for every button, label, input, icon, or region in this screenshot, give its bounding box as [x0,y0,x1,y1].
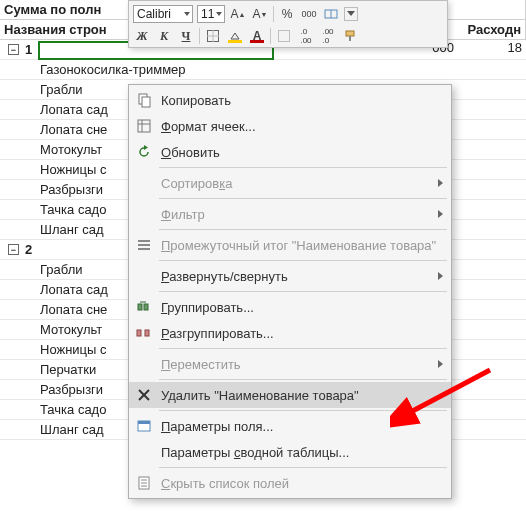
svg-rect-5 [279,31,290,42]
underline-icon[interactable]: Ч [177,27,195,45]
menu-separator [159,260,447,261]
blank-icon [133,442,155,462]
svg-rect-7 [349,36,351,41]
group-label: 2 [25,242,32,257]
menu-item[interactable]: Копировать [129,87,451,113]
decrease-font-icon[interactable]: A▼ [251,5,269,23]
svg-rect-15 [138,248,150,250]
copy-icon [133,90,155,110]
refresh-icon [133,142,155,162]
menu-item[interactable]: Формат ячеек... [129,113,451,139]
svg-rect-17 [144,304,148,310]
decrease-decimal-icon[interactable]: .00.0 [319,27,337,45]
menu-separator [159,229,447,230]
menu-item-label: Параметры сводной таблицы... [161,445,443,460]
context-menu: КопироватьФормат ячеек...ОбновитьСортиро… [128,84,452,499]
pivot-item-label: Тачка садо [40,402,106,417]
menu-item[interactable]: Параметры сводной таблицы... [129,439,451,465]
increase-font-icon[interactable]: A▲ [229,5,247,23]
menu-item: Переместить [129,351,451,377]
pivot-item-label: Мотокульт [40,322,102,337]
format-icon [133,116,155,136]
menu-item: Фильтр [129,201,451,227]
svg-rect-6 [346,31,354,36]
pivot-item-label: Разбрызги [40,382,103,397]
pivot-item-label: Тачка садо [40,202,106,217]
percent-icon[interactable]: % [278,5,296,23]
menu-item[interactable]: Разгруппировать... [129,320,451,346]
border-style-icon[interactable] [275,27,293,45]
italic-icon[interactable]: К [155,27,173,45]
menu-item[interactable]: Развернуть/свернуть [129,263,451,289]
menu-item[interactable]: Удалить "Наименование товара" [129,382,451,408]
blank-icon [133,173,155,193]
svg-rect-9 [142,97,150,107]
menu-item-label: Переместить [161,357,432,372]
svg-rect-14 [138,244,150,246]
pivot-item-label: Разбрызги [40,182,103,197]
submenu-arrow-icon [438,179,443,187]
pivot-item-label: Шланг сад [40,222,104,237]
pivot-item-label: Шланг сад [40,422,104,437]
menu-separator [159,198,447,199]
font-name-combo[interactable]: Calibri [133,5,193,23]
delete-icon [133,385,155,405]
collapse-icon[interactable]: − [8,44,19,55]
borders-icon[interactable] [204,27,222,45]
menu-separator [159,467,447,468]
pivot-item-label: Перчатки [40,362,96,377]
menu-item-label: Развернуть/свернуть [161,269,432,284]
ungroup-icon [133,323,155,343]
list-icon [133,473,155,493]
font-color-icon[interactable]: A [248,27,266,45]
group-label: 1 [25,42,32,57]
menu-separator [159,167,447,168]
menu-item-label: Разгруппировать... [161,326,443,341]
blank-icon [133,354,155,374]
bold-icon[interactable]: Ж [133,27,151,45]
pivot-item-label: Лопата сне [40,122,107,137]
collapse-icon[interactable]: − [8,244,19,255]
fill-color-icon[interactable] [226,27,244,45]
svg-rect-10 [138,120,150,132]
header-empty-2 [436,0,526,19]
font-name-value: Calibri [137,6,171,22]
menu-item-label: Скрыть список полей [161,476,443,491]
blank-icon [133,266,155,286]
font-size-combo[interactable]: 11 [197,5,225,23]
pivot-item-label: Ножницы с [40,162,107,177]
svg-rect-18 [137,330,141,336]
options-dropdown-icon[interactable] [344,7,358,21]
format-painter-icon[interactable] [341,27,359,45]
field-icon [133,416,155,436]
menu-item: Скрыть список полей [129,470,451,496]
pivot-item[interactable]: Газонокосилка-триммер [0,60,526,80]
subtotal-icon [133,235,155,255]
menu-item-label: Копировать [161,93,443,108]
svg-rect-13 [138,240,150,242]
mini-toolbar: Calibri 11 A▲ A▼ % 000 Ж К Ч A .0.00 .00… [128,0,448,48]
comma-style-icon[interactable]: 000 [300,5,318,23]
partial-value-right: 18 [508,40,522,55]
menu-item: Промежуточный итог "Наименование товара" [129,232,451,258]
menu-item-label: Группировать... [161,300,443,315]
pivot-item-label: Газонокосилка-триммер [40,62,186,77]
menu-separator [159,348,447,349]
menu-separator [159,410,447,411]
menu-item[interactable]: Группировать... [129,294,451,320]
blank-icon [133,204,155,224]
menu-item-label: Сортировка [161,176,432,191]
submenu-arrow-icon [438,360,443,368]
increase-decimal-icon[interactable]: .0.00 [297,27,315,45]
menu-separator [159,291,447,292]
group-icon [133,297,155,317]
pivot-item-label: Лопата сад [40,282,108,297]
merge-icon[interactable] [322,5,340,23]
menu-item-label: Удалить "Наименование товара" [161,388,443,403]
menu-item[interactable]: Параметры поля... [129,413,451,439]
menu-separator [159,379,447,380]
pivot-item-label: Лопата сад [40,102,108,117]
menu-item-label: Обновить [161,145,443,160]
menu-item[interactable]: Обновить [129,139,451,165]
svg-rect-23 [138,421,150,424]
